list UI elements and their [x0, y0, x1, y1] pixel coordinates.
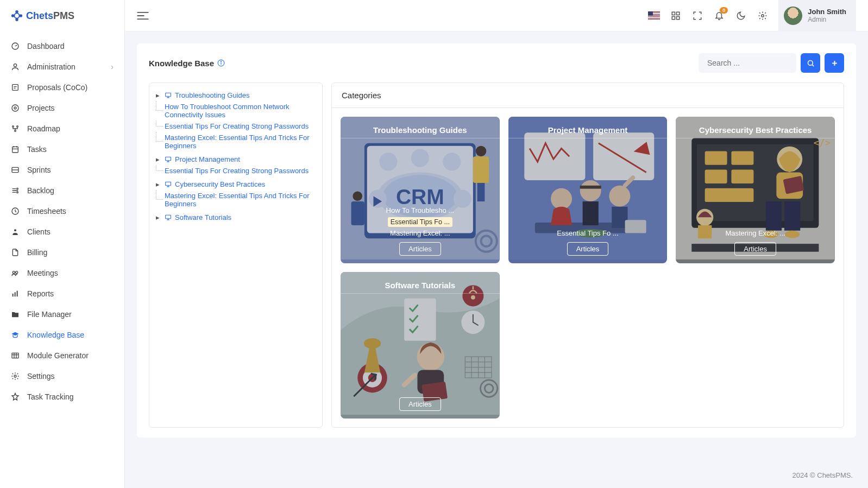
svg-rect-29 [672, 12, 675, 15]
categories-title: Categories [332, 83, 844, 108]
notification-badge: 0 [720, 7, 728, 14]
apps-icon[interactable] [670, 10, 682, 22]
svg-rect-24 [12, 353, 18, 358]
nav-item-label: Proposals (CoCo) [27, 83, 87, 92]
user-menu[interactable]: John Smith Admin [778, 0, 856, 31]
sidebar-item-module-generator[interactable]: Module Generator [0, 345, 124, 366]
category-card[interactable]: </>Cybersecurity Best PracticesMastering… [676, 117, 835, 263]
sidebar-item-billing[interactable]: Billing [0, 242, 124, 263]
add-button[interactable] [825, 53, 844, 73]
svg-rect-21 [12, 294, 14, 296]
nav-icon [11, 351, 20, 360]
tree-article[interactable]: Essential Tips For Creating Strong Passw… [156, 121, 316, 132]
nav-icon [11, 310, 20, 319]
sidebar-item-administration[interactable]: Administration› [0, 56, 124, 77]
card-title: Cybersecurity Best Practices [676, 122, 835, 138]
logo-icon [11, 10, 23, 22]
articles-button[interactable]: Articles [399, 397, 441, 411]
svg-point-10 [12, 126, 14, 128]
nav-icon [11, 104, 20, 112]
card-title: Troubleshooting Guides [341, 122, 500, 138]
svg-rect-44 [166, 157, 171, 161]
card-article-link[interactable]: Mastering Excel: ... [676, 227, 835, 239]
svg-rect-46 [166, 215, 171, 219]
sidebar-item-reports[interactable]: Reports [0, 283, 124, 304]
notifications-icon[interactable]: 0 [713, 10, 725, 22]
nav-item-label: Administration [27, 62, 76, 71]
nav-item-label: Clients [27, 227, 51, 236]
sidebar-item-settings[interactable]: Settings [0, 366, 124, 386]
svg-point-11 [17, 126, 18, 128]
sidebar-item-task-tracking[interactable]: Task Tracking [0, 386, 124, 407]
sidebar-item-timesheets[interactable]: Timesheets [0, 201, 124, 221]
sidebar-item-projects[interactable]: Projects [0, 98, 124, 118]
nav-item-label: Backlog [27, 186, 54, 195]
nav-item-label: Knowledge Base [27, 331, 84, 339]
articles-button[interactable]: Articles [734, 242, 776, 256]
svg-rect-23 [17, 291, 18, 297]
nav-item-label: Settings [27, 372, 55, 381]
monitor-icon [165, 181, 172, 188]
sidebar-item-proposals-coco-[interactable]: Proposals (CoCo) [0, 77, 124, 98]
tree-category[interactable]: ▸Cybersecurity Best Practices [156, 179, 316, 190]
tree-category[interactable]: ▸Software Tutorials [156, 212, 316, 223]
svg-rect-13 [12, 147, 18, 153]
sidebar-item-roadmap[interactable]: Roadmap [0, 118, 124, 139]
page-title: Knowledge Base [149, 59, 214, 68]
svg-point-20 [16, 271, 18, 274]
nav-item-label: Module Generator [27, 351, 89, 360]
card-article-link[interactable]: Mastering Excel: ... [341, 227, 500, 239]
card-title: Project Management [508, 122, 668, 138]
sidebar-item-backlog[interactable]: Backlog [0, 180, 124, 201]
articles-button[interactable]: Articles [399, 242, 441, 256]
nav-icon [11, 62, 20, 71]
category-card[interactable]: Project ManagementEssential Tips Fo ...A… [508, 117, 668, 263]
card-article-link[interactable]: How To Troublesho ... [341, 205, 500, 216]
tree-category[interactable]: ▸Project Management [156, 154, 316, 165]
tree-article[interactable]: How To Troubleshoot Common Network Conne… [156, 101, 316, 121]
menu-toggle-button[interactable] [137, 11, 149, 20]
articles-button[interactable]: Articles [567, 242, 609, 256]
nav-item-label: File Manager [27, 310, 72, 319]
sidebar-item-sprints[interactable]: Sprints [0, 160, 124, 180]
footer: 2024 © ChetsPMS. [125, 462, 868, 488]
nav-icon [11, 331, 20, 339]
card-article-link[interactable]: Essential Tips Fo ... [508, 227, 668, 239]
page-card: Knowledge Base ▸Troubleshootin [137, 43, 856, 438]
info-icon[interactable] [217, 59, 225, 67]
tree-article[interactable]: Essential Tips For Creating Strong Passw… [156, 165, 316, 176]
sidebar-item-file-manager[interactable]: File Manager [0, 304, 124, 325]
tree-article[interactable]: Mastering Excel: Essential Tips And Tric… [156, 132, 316, 151]
svg-point-33 [762, 14, 764, 17]
category-card[interactable]: CRMTroubleshooting GuidesHow To Troubles… [341, 117, 500, 263]
card-article-link[interactable]: Essential Tips Fo ... [341, 216, 500, 227]
sidebar-item-dashboard[interactable]: Dashboard [0, 36, 124, 56]
nav-icon [11, 227, 20, 236]
sidebar-item-knowledge-base[interactable]: Knowledge Base [0, 325, 124, 345]
sidebar-item-tasks[interactable]: Tasks [0, 139, 124, 160]
sidebar-item-clients[interactable]: Clients [0, 221, 124, 242]
topbar: 0 John Smith Admin [125, 0, 868, 31]
svg-point-19 [12, 271, 15, 274]
search-input[interactable] [707, 59, 802, 67]
nav-item-label: Tasks [27, 145, 47, 154]
settings-icon[interactable] [757, 10, 769, 22]
svg-point-1 [12, 15, 14, 17]
svg-rect-22 [15, 292, 16, 296]
svg-point-4 [16, 19, 18, 21]
category-card[interactable]: Software TutorialsArticles [341, 272, 500, 419]
tree-article[interactable]: Mastering Excel: Essential Tips And Tric… [156, 190, 316, 210]
tree-category[interactable]: ▸Troubleshooting Guides [156, 90, 316, 101]
nav-icon [11, 145, 20, 154]
language-flag[interactable] [648, 10, 660, 22]
svg-point-2 [20, 15, 22, 17]
sidebar-item-meetings[interactable]: Meetings [0, 263, 124, 283]
dark-mode-icon[interactable] [735, 10, 747, 22]
nav-item-label: Task Tracking [27, 392, 74, 401]
fullscreen-icon[interactable] [691, 10, 703, 22]
logo[interactable]: ChetsPMS [0, 0, 124, 31]
svg-point-12 [15, 130, 16, 132]
search-box[interactable] [699, 53, 796, 73]
monitor-icon [165, 156, 172, 163]
search-button[interactable] [801, 53, 820, 73]
